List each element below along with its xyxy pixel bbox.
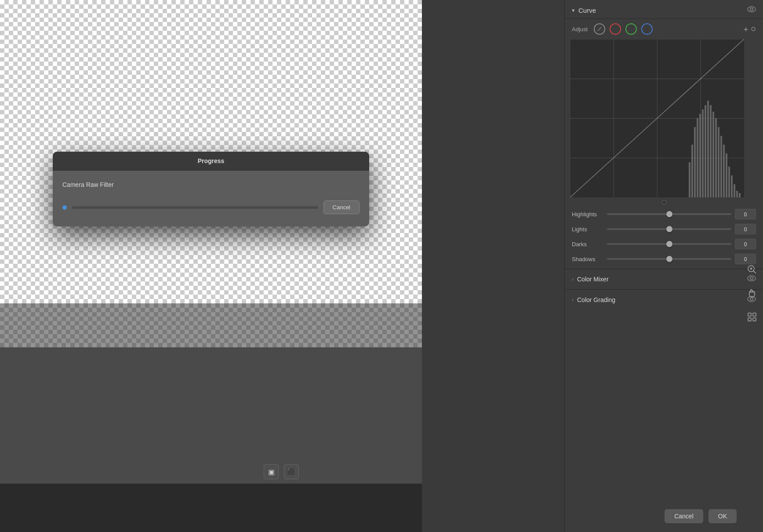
svg-rect-15 [699, 114, 701, 197]
curve-header: ▾ Curve [565, 0, 763, 19]
shadows-thumb[interactable] [666, 256, 672, 262]
color-grading-arrow: › [572, 297, 574, 303]
shadows-track [607, 258, 731, 260]
edge-toolbar [741, 255, 763, 332]
svg-rect-20 [712, 112, 714, 197]
svg-rect-23 [720, 136, 722, 197]
curve-section: ▾ Curve Adjust [565, 0, 763, 310]
bottom-actions: Cancel OK [665, 509, 737, 523]
lights-track [607, 228, 731, 230]
highlights-label: Highlights [572, 211, 607, 218]
grid-tool-button[interactable] [745, 310, 759, 324]
dialog-overlay: Progress Camera Raw Filter Cancel [0, 0, 422, 484]
highlights-track [607, 213, 731, 215]
sliders-section: Highlights 0 Lights 0 [565, 209, 763, 264]
shadows-label: Shadows [572, 256, 607, 262]
curve-graph[interactable] [570, 39, 744, 197]
svg-rect-39 [748, 313, 751, 316]
svg-rect-17 [705, 105, 706, 197]
svg-point-0 [748, 7, 756, 12]
svg-point-3 [752, 27, 755, 31]
curve-graph-container [570, 39, 758, 207]
darks-label: Darks [572, 241, 607, 248]
lights-slider-container[interactable] [607, 225, 731, 233]
highlights-thumb[interactable] [666, 211, 672, 217]
darks-value[interactable]: 0 [735, 239, 756, 249]
curve-point-dot [662, 200, 666, 204]
slider-row-highlights: Highlights 0 [572, 209, 756, 219]
curve-point-row [570, 197, 758, 207]
svg-rect-16 [702, 109, 704, 197]
progress-fill [72, 206, 77, 209]
highlights-value[interactable]: 0 [735, 209, 756, 219]
svg-rect-21 [715, 118, 717, 197]
slider-row-darks: Darks 0 [572, 239, 756, 249]
progress-bar-row: Cancel [62, 200, 360, 214]
svg-rect-28 [734, 184, 735, 197]
svg-rect-42 [753, 318, 756, 321]
svg-rect-18 [707, 101, 709, 197]
add-point-button[interactable]: ＋ [742, 24, 756, 34]
svg-rect-11 [689, 162, 690, 197]
channel-blue-button[interactable] [641, 23, 653, 35]
slider-row-lights: Lights 0 [572, 224, 756, 234]
svg-rect-19 [710, 105, 712, 197]
progress-dot [62, 205, 67, 210]
svg-rect-41 [748, 318, 751, 321]
svg-rect-14 [697, 118, 698, 197]
svg-rect-27 [731, 175, 733, 197]
slider-row-shadows: Shadows 0 [572, 254, 756, 264]
color-grading-section[interactable]: › Color Grading [565, 289, 763, 310]
lights-thumb[interactable] [666, 226, 672, 232]
dialog-title-bar: Progress [53, 152, 369, 171]
svg-line-36 [753, 271, 756, 273]
curve-title: Curve [578, 7, 596, 14]
svg-rect-26 [728, 167, 730, 197]
darks-track [607, 243, 731, 245]
color-grading-left: › Color Grading [572, 296, 615, 303]
color-mixer-title: Color Mixer [577, 276, 609, 283]
adjust-row: Adjust ＋ [565, 19, 763, 39]
lights-label: Lights [572, 226, 607, 233]
hand-tool-button[interactable] [745, 286, 759, 301]
darks-slider-container[interactable] [607, 240, 731, 248]
progress-dialog: Progress Camera Raw Filter Cancel [53, 152, 369, 226]
svg-point-1 [750, 8, 753, 11]
channel-red-button[interactable] [610, 23, 621, 35]
svg-rect-13 [694, 127, 696, 197]
curve-svg [570, 39, 744, 197]
shadows-slider-container[interactable] [607, 255, 731, 263]
svg-rect-25 [726, 153, 727, 197]
channel-all-button[interactable] [594, 23, 605, 35]
bottom-bar [0, 484, 422, 532]
dialog-body: Camera Raw Filter Cancel [53, 171, 369, 226]
color-grading-title: Color Grading [577, 296, 615, 303]
curve-visibility-icon[interactable] [747, 6, 756, 14]
right-panel: ▾ Curve Adjust [564, 0, 763, 532]
curve-collapse-arrow[interactable]: ▾ [572, 7, 575, 14]
svg-rect-12 [691, 145, 693, 197]
svg-rect-30 [739, 193, 741, 197]
svg-rect-40 [753, 313, 756, 316]
curve-header-left: ▾ Curve [572, 7, 596, 14]
adjust-label: Adjust [572, 26, 588, 33]
svg-line-2 [598, 27, 601, 31]
channel-green-button[interactable] [625, 23, 637, 35]
svg-rect-22 [718, 127, 719, 197]
progress-cancel-button[interactable]: Cancel [323, 200, 360, 214]
color-mixer-section[interactable]: › Color Mixer [565, 269, 763, 289]
svg-rect-29 [736, 191, 738, 197]
color-mixer-left: › Color Mixer [572, 276, 609, 283]
color-mixer-arrow: › [572, 276, 574, 282]
lights-value[interactable]: 0 [735, 224, 756, 234]
zoom-tool-button[interactable] [745, 262, 759, 277]
dialog-title: Progress [198, 157, 225, 164]
filter-name: Camera Raw Filter [62, 181, 360, 188]
progress-track [72, 206, 318, 209]
add-icon: ＋ [742, 24, 750, 34]
highlights-slider-container[interactable] [607, 210, 731, 219]
cancel-button[interactable]: Cancel [665, 509, 703, 523]
darks-thumb[interactable] [666, 241, 672, 247]
ok-button[interactable]: OK [708, 509, 737, 523]
svg-rect-24 [723, 145, 725, 197]
